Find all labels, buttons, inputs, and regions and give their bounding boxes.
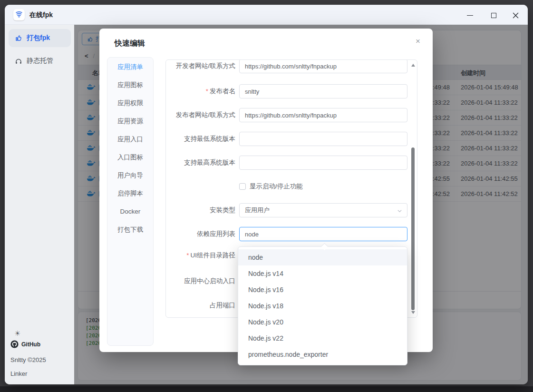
tab-app-resources[interactable]: 应用资源: [107, 112, 153, 130]
tab-entry-icon[interactable]: 入口图标: [107, 148, 153, 167]
field-label-dev-site: 开发者网站/联系方式: [166, 59, 235, 73]
field-label-publisher: *发布者名: [166, 84, 235, 98]
dropdown-option[interactable]: Node.js v18: [238, 298, 407, 314]
github-icon: [10, 340, 19, 348]
field-label-max-sys: 支持最高系统版本: [166, 156, 235, 170]
headphones-icon: [15, 57, 22, 65]
sidebar-item-label: 打包fpk: [27, 34, 50, 42]
form-scrollbar[interactable]: [411, 62, 416, 316]
field-label-pub-site: 发布者网站/联系方式: [166, 108, 235, 122]
minimize-button[interactable]: [463, 10, 477, 20]
chevron-down-icon: [397, 208, 402, 215]
scroll-down-arrow-icon[interactable]: [411, 311, 415, 314]
scrollbar-thumb[interactable]: [411, 147, 415, 310]
dropdown-option[interactable]: node: [238, 249, 407, 265]
show-start-stop-checkbox[interactable]: [239, 183, 246, 190]
dialog-title: 快速编辑: [115, 39, 145, 49]
field-label-app-center-entry: 应用中心启动入口: [166, 274, 235, 288]
copyright-text: Snltty ©2025: [10, 356, 46, 363]
dev-site-input[interactable]: [239, 59, 407, 73]
required-marker: *: [206, 88, 208, 95]
field-label-min-sys: 支持最低系统版本: [166, 132, 235, 146]
theme-toggle-sun-icon[interactable]: ☀: [14, 329, 20, 338]
dependencies-input[interactable]: [239, 227, 407, 241]
publisher-input[interactable]: [239, 84, 407, 98]
dropdown-option[interactable]: Node.js v22: [238, 330, 407, 346]
product-name: Linker: [10, 370, 27, 377]
tab-docker[interactable]: Docker: [107, 203, 153, 221]
field-label-port: 占用端口: [166, 298, 235, 313]
github-link[interactable]: GitHub: [10, 340, 40, 348]
dialog-tab-list: 应用清单 应用图标 应用权限 应用资源 应用入口 入口图标 用户向导 启停脚本 …: [107, 57, 154, 346]
funnel-logo-icon: [13, 9, 25, 20]
tab-app-manifest[interactable]: 应用清单: [107, 58, 153, 76]
scroll-up-arrow-icon[interactable]: [411, 64, 415, 67]
install-type-select[interactable]: 应用用户: [239, 203, 407, 217]
sidebar-item-package-fpk[interactable]: 打包fpk: [9, 29, 71, 47]
desktop: 在线fpk 打包fpk 静态托管 ☀ GitHub Snltty ©2025: [0, 0, 533, 392]
install-type-value: 应用用户: [245, 206, 270, 215]
app-window: 在线fpk 打包fpk 静态托管 ☀ GitHub Snltty ©2025: [5, 5, 528, 384]
tab-user-wizard[interactable]: 用户向导: [107, 167, 153, 185]
dropdown-option[interactable]: prometheus.node_exporter: [238, 346, 407, 363]
dependencies-dropdown: node Node.js v14 Node.js v16 Node.js v18…: [238, 246, 407, 365]
field-label-install-type: 安装类型: [166, 203, 235, 217]
max-sys-input[interactable]: [239, 156, 407, 170]
tab-package-download[interactable]: 打包下载: [107, 221, 153, 239]
min-sys-input[interactable]: [239, 132, 407, 146]
tab-start-stop-script[interactable]: 启停脚本: [107, 185, 153, 203]
sidebar-item-label: 静态托管: [27, 57, 53, 65]
tab-app-icon[interactable]: 应用图标: [107, 76, 153, 94]
dropdown-option[interactable]: Node.js v16: [238, 282, 407, 298]
checkbox-label: 显示启动/停止功能: [250, 183, 303, 190]
dropdown-option[interactable]: Node.js v14: [238, 265, 407, 282]
field-label-dependencies: 依赖应用列表: [166, 227, 235, 241]
tab-app-entry[interactable]: 应用入口: [107, 130, 153, 148]
sidebar-item-static-hosting[interactable]: 静态托管: [9, 52, 71, 70]
dialog-close-icon[interactable]: ×: [412, 35, 424, 48]
titlebar: 在线fpk: [5, 5, 528, 25]
window-title: 在线fpk: [29, 11, 53, 20]
sidebar: 打包fpk 静态托管 ☀ GitHub Snltty ©2025 Linker: [5, 25, 74, 384]
tab-app-perms[interactable]: 应用权限: [107, 94, 153, 112]
maximize-button[interactable]: [486, 10, 501, 20]
pub-site-input[interactable]: [239, 108, 407, 122]
thumb-up-icon: [15, 34, 22, 42]
github-label: GitHub: [21, 341, 40, 348]
dropdown-option[interactable]: Node.js v20: [238, 314, 407, 330]
window-close-button[interactable]: [508, 10, 523, 20]
required-marker: *: [186, 252, 189, 259]
field-label-ui-dir: *UI组件目录路径: [166, 248, 235, 263]
